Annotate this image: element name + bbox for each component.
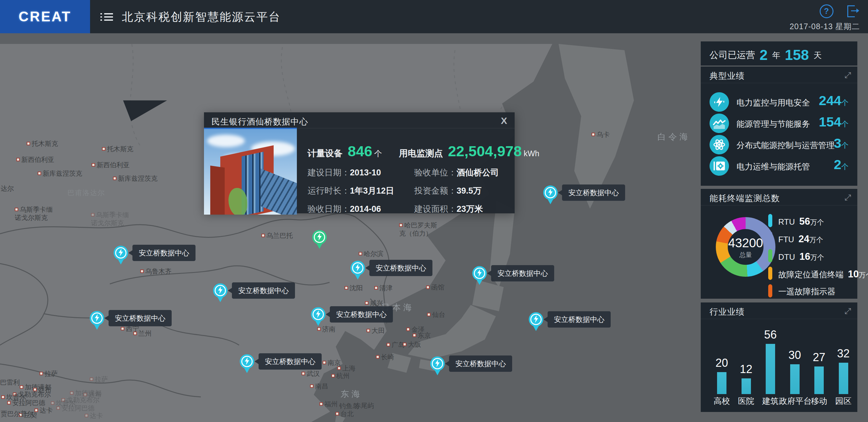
city-dot-icon bbox=[592, 133, 595, 136]
marker-label-bubble[interactable]: 安立桥数据中心 bbox=[108, 310, 172, 326]
legend-value: 10万个 bbox=[848, 268, 868, 280]
map-marker[interactable]: 安立桥数据中心 bbox=[114, 246, 128, 260]
legend-item[interactable]: DTU16万个 bbox=[768, 247, 856, 264]
expand-icon[interactable]: ⤢ bbox=[844, 193, 851, 202]
city-dot-icon bbox=[57, 406, 60, 410]
marker-pin-icon[interactable] bbox=[240, 354, 254, 369]
map-city-label: 仙台 bbox=[427, 311, 445, 319]
terminals-donut-chart: 43200 总量 bbox=[716, 217, 775, 277]
city-dot-icon bbox=[337, 366, 341, 370]
city-dot-icon bbox=[261, 234, 265, 237]
panel-terminal-monitoring: 能耗终端监测总数 ⤢ 43200 总量 RTU56万个FTU24万个DTU16万… bbox=[701, 189, 857, 299]
popup-detail-cell: 投资金额：39.5万 bbox=[414, 185, 508, 196]
map-marker[interactable]: 安立桥数据中心 bbox=[311, 307, 326, 322]
map-city-label: 上海 bbox=[337, 364, 355, 372]
map-marker[interactable]: 安立桥数据中心 bbox=[213, 283, 227, 298]
map-city-label: 乌斯季卡缅诺戈尔斯克 bbox=[91, 211, 129, 227]
map-city-label: 托木斯克 bbox=[27, 140, 58, 148]
marker-pin-icon[interactable] bbox=[430, 356, 445, 371]
map-marker[interactable]: 安立桥数据中心 bbox=[240, 354, 254, 369]
marker-label-bubble[interactable]: 安立桥数据中心 bbox=[369, 260, 432, 276]
popup-titlebar: 民生银行酒仙桥数据中心 X bbox=[204, 112, 515, 128]
marker-tail bbox=[94, 324, 100, 330]
marker-tail bbox=[533, 325, 539, 331]
popup-title: 民生银行酒仙桥数据中心 bbox=[212, 116, 308, 127]
city-dot-icon bbox=[374, 286, 378, 290]
map-city-label: 函馆 bbox=[426, 283, 444, 291]
map-marker[interactable]: 安立桥数据中心 bbox=[472, 266, 487, 281]
map-marker[interactable]: 安立桥数据中心 bbox=[90, 311, 104, 325]
menu-list-icon[interactable] bbox=[100, 11, 113, 22]
legend-label: DTU16万个 bbox=[778, 251, 824, 262]
marker-pin-icon[interactable] bbox=[472, 266, 487, 281]
city-dot-icon bbox=[406, 328, 410, 331]
city-dot-icon bbox=[310, 384, 313, 388]
marker-label-bubble[interactable]: 安立桥数据中心 bbox=[491, 265, 554, 282]
map-marker[interactable]: 安立桥数据中心 bbox=[543, 186, 558, 200]
help-icon[interactable]: ? bbox=[820, 4, 834, 18]
marker-pin-icon[interactable] bbox=[543, 186, 558, 200]
map-marker[interactable]: 安立桥数据中心 bbox=[350, 261, 365, 275]
typical-item[interactable]: 能源管理与节能服务154个 bbox=[710, 113, 848, 134]
typical-item[interactable]: 电力运维与能源托管2个 bbox=[710, 156, 848, 176]
marker-pin-icon[interactable] bbox=[213, 283, 227, 298]
popup-detail-cell: 验收单位：酒仙桥公司 bbox=[414, 167, 508, 178]
marker-label-bubble[interactable]: 安立桥数据中心 bbox=[449, 356, 512, 372]
marker-pin-icon[interactable] bbox=[529, 312, 543, 327]
marker-label-bubble[interactable]: 安立桥数据中心 bbox=[258, 353, 322, 369]
panel-industry-header: 行业业绩 ⤢ bbox=[701, 302, 857, 319]
map-sea-label: 东海 bbox=[340, 388, 363, 400]
legend-unit: 万个 bbox=[810, 254, 824, 261]
detail-value: 39.5万 bbox=[457, 186, 482, 195]
expand-icon[interactable]: ⤢ bbox=[844, 306, 851, 316]
marker-label-bubble[interactable]: 安立桥数据中心 bbox=[562, 185, 625, 201]
detail-value: 23万米 bbox=[457, 204, 483, 214]
marker-pin-icon[interactable] bbox=[312, 230, 327, 245]
close-icon[interactable]: X bbox=[501, 116, 507, 126]
map-marker[interactable]: 安立桥数据中心 bbox=[430, 356, 445, 371]
logout-icon[interactable] bbox=[847, 5, 860, 17]
legend-item[interactable]: FTU24万个 bbox=[768, 229, 856, 247]
marker-pin-icon[interactable] bbox=[114, 246, 128, 260]
operating-label: 公司已运营 bbox=[710, 50, 755, 60]
map-marker-selected[interactable] bbox=[312, 230, 327, 245]
legend-item[interactable]: 故障定位通信终端10万个 bbox=[768, 264, 856, 282]
marker-pin-icon[interactable] bbox=[350, 261, 365, 275]
map-city-label: 哈巴罗夫斯克（伯力） bbox=[399, 221, 437, 237]
bar-value-label: 20 bbox=[710, 356, 734, 369]
expand-icon[interactable]: ⤢ bbox=[844, 70, 851, 80]
marker-label-bubble[interactable]: 安立桥数据中心 bbox=[232, 282, 295, 299]
typical-item[interactable]: 分布式能源控制与运营管理3个 bbox=[710, 135, 848, 155]
map-marker[interactable]: 安立桥数据中心 bbox=[529, 312, 543, 327]
legend-item[interactable]: RTU56万个 bbox=[768, 212, 856, 229]
typical-item[interactable]: 电力监控与用电安全244个 bbox=[710, 92, 848, 112]
bar-category-label: 园区 bbox=[828, 396, 859, 407]
marker-label-bubble[interactable]: 安立桥数据中心 bbox=[132, 245, 195, 261]
marker-label-bubble[interactable]: 安立桥数据中心 bbox=[548, 311, 611, 328]
industry-bar-chart: 20高校12医院56建筑30政府平台27移动32园区 bbox=[710, 321, 848, 394]
marker-label-bubble[interactable]: 安立桥数据中心 bbox=[330, 306, 393, 323]
typical-item-unit: 个 bbox=[841, 141, 848, 149]
map-city-label: 乌斯季卡缅诺戈尔斯克 bbox=[15, 205, 53, 222]
marker-pin-icon[interactable] bbox=[311, 307, 326, 322]
detail-value: 2013-10 bbox=[350, 168, 381, 177]
marker-pin-icon[interactable] bbox=[90, 311, 104, 325]
city-dot-icon bbox=[365, 301, 368, 305]
map-city-label: 台北 bbox=[336, 410, 354, 418]
legend-color-bar bbox=[768, 249, 772, 262]
popup-detail-row: 验收日期：2014-06建设面积：23万米 bbox=[308, 203, 508, 215]
brand-logo: CREAT bbox=[0, 0, 90, 33]
city-dot-icon bbox=[345, 286, 348, 290]
city-dot-icon bbox=[85, 414, 88, 417]
typical-item-unit: 个 bbox=[841, 120, 848, 128]
stat-unit: 个 bbox=[374, 149, 382, 158]
energy-wave-icon bbox=[710, 113, 729, 133]
marker-tail bbox=[434, 369, 441, 375]
detail-label: 验收单位： bbox=[414, 168, 457, 177]
city-dot-icon bbox=[38, 172, 41, 175]
map-city-label: 清津 bbox=[374, 284, 393, 292]
legend-unit: 万个 bbox=[809, 236, 823, 244]
station-info-popup: 民生银行酒仙桥数据中心 X 计量设备846个用电监测点22,504,978kWh… bbox=[204, 112, 515, 213]
legend-item[interactable]: 一遥故障指示器 bbox=[768, 282, 856, 299]
stat-unit: kWh bbox=[524, 149, 539, 158]
